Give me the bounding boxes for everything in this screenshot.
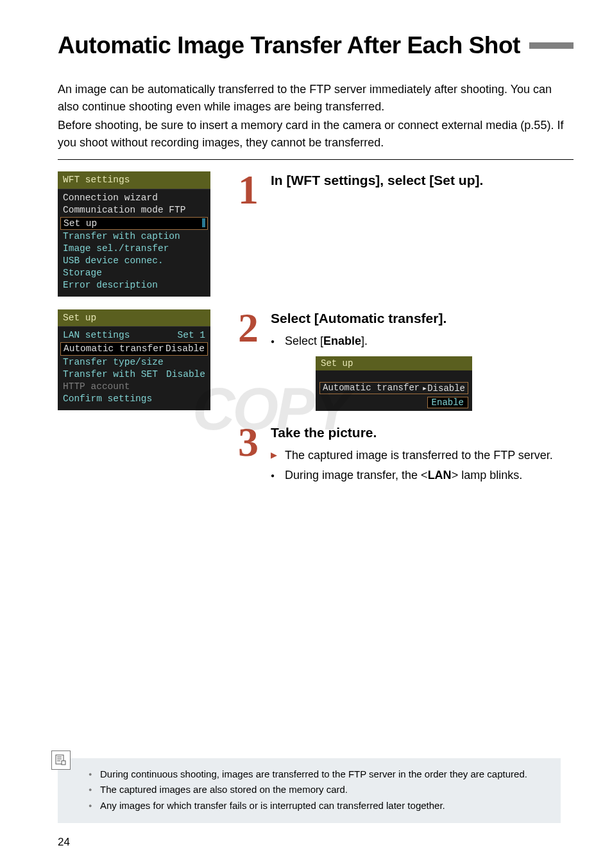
note-item: The captured images are also stored on t… (89, 783, 549, 797)
menu-label: LAN settings (63, 329, 130, 342)
text: ]. (361, 334, 368, 347)
option-row: Automatic transfer ▸Disable (319, 382, 468, 394)
menu-value: Set 1 (177, 329, 205, 342)
intro-p1: An image can be automatically transferre… (58, 81, 574, 116)
option-selected: Enable (427, 397, 468, 408)
menu-item: LAN settings Set 1 (63, 329, 205, 342)
menu-label: Transfer with SET (63, 369, 158, 381)
menu-label: HTTP account (63, 381, 130, 393)
text-bold: Enable (323, 334, 361, 347)
screen-header: Set up (316, 356, 472, 370)
text-bold: LAN (428, 469, 452, 482)
text: > lamp blinks. (452, 469, 523, 482)
step-1: WFT settings Connection wizard Communica… (58, 171, 574, 297)
option-value: ▸Disable (422, 383, 465, 394)
menu-item: Confirm settings (63, 393, 205, 405)
menu-value: Disable (166, 369, 205, 381)
step-2-bullet: Select [Enable]. (271, 333, 574, 350)
screen-header: WFT settings (58, 171, 210, 189)
menu-label: Transfer type/size (63, 356, 164, 369)
menu-item-selected: Set up (60, 217, 208, 230)
wft-settings-screen: WFT settings Connection wizard Communica… (58, 171, 210, 297)
note-box: During continuous shooting, images are t… (58, 758, 561, 824)
menu-item: Transfer with caption (63, 230, 205, 243)
page-number: 24 (58, 836, 70, 849)
step-number-1: 1 (226, 171, 271, 209)
intro-p2: Before shooting, be sure to insert a mem… (58, 117, 574, 152)
page-title: Automatic Image Transfer After Each Shot (58, 32, 520, 59)
step-number-3: 3 (226, 424, 271, 461)
text: Select [ (285, 334, 323, 347)
step-3-heading: Take the picture. (271, 425, 574, 440)
title-rule (529, 42, 574, 49)
menu-item: Communication mode FTP (63, 204, 205, 216)
menu-item: Image sel./transfer (63, 243, 205, 255)
rule (58, 159, 574, 160)
menu-item-selected: Automatic transfer Disable (60, 342, 208, 356)
menu-item: Transfer with SET Disable (63, 369, 205, 381)
step-2-heading: Select [Automatic transfer]. (271, 311, 574, 326)
intro-block: An image can be automatically transferre… (58, 81, 574, 152)
svg-rect-4 (62, 761, 65, 765)
note-item: Any images for which transfer fails or i… (89, 799, 549, 813)
step-number-2: 2 (226, 309, 271, 347)
note-item: During continuous shooting, images are t… (89, 767, 549, 782)
note-icon (51, 751, 71, 770)
menu-label: Confirm settings (63, 393, 152, 405)
step-3: 3 Take the picture. The captured image i… (58, 424, 574, 487)
option-label: Automatic transfer (323, 383, 420, 394)
step-3-result: The captured image is transferred to the… (271, 447, 574, 464)
menu-item-disabled: HTTP account (63, 381, 205, 393)
menu-item: Connection wizard (63, 192, 205, 204)
step-1-heading: In [WFT settings], select [Set up]. (271, 173, 574, 188)
automatic-transfer-popup: Set up Automatic transfer ▸Disable Enabl… (316, 356, 472, 411)
text: During image transfer, the < (285, 469, 428, 482)
menu-item: Error description (63, 279, 205, 291)
menu-label: Automatic transfer (64, 343, 164, 355)
menu-item: USB device connec. Storage (63, 255, 205, 279)
menu-item: Transfer type/size (63, 356, 205, 369)
scroll-marker-icon (202, 218, 205, 227)
setup-screen: Set up LAN settings Set 1 Automatic tran… (58, 309, 210, 410)
menu-value: Disable (166, 343, 205, 355)
step-3-note: During image transfer, the <LAN> lamp bl… (271, 467, 574, 484)
step-2: Set up LAN settings Set 1 Automatic tran… (58, 309, 574, 411)
screen-header: Set up (58, 309, 210, 327)
